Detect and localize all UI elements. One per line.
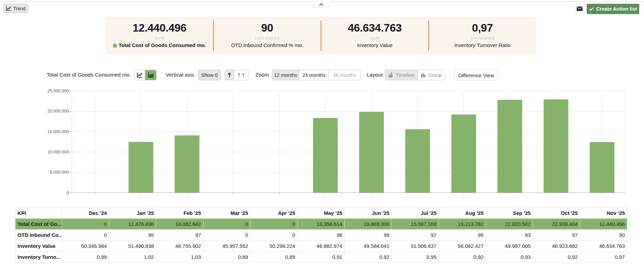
svg-text:5.000.000: 5.000.000 <box>50 170 69 175</box>
svg-text:0: 0 <box>67 191 69 195</box>
svg-text:25.000.000: 25.000.000 <box>47 89 69 93</box>
svg-text:20.000.000: 20.000.000 <box>47 109 69 114</box>
svg-text:15.000.000: 15.000.000 <box>47 129 69 134</box>
svg-text:10.000.000: 10.000.000 <box>47 150 69 154</box>
